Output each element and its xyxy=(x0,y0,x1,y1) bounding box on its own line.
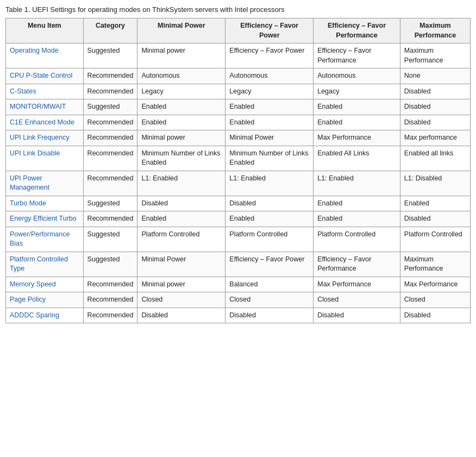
menu-item-cell: Page Policy xyxy=(6,292,84,308)
data-cell: Suggested xyxy=(83,227,137,252)
data-cell: Recommended xyxy=(83,292,137,308)
table-row: C1E Enhanced ModeRecommendedEnabledEnabl… xyxy=(6,115,471,130)
data-cell: Max Performance xyxy=(314,130,400,146)
data-cell: Enabled xyxy=(400,196,470,211)
data-cell: Enabled xyxy=(137,99,226,115)
table-row: C-StatesRecommendedLegacyLegacyLegacyDis… xyxy=(6,84,471,99)
data-cell: Recommended xyxy=(83,115,137,130)
data-cell: Disabled xyxy=(314,308,400,323)
table-row: Memory SpeedRecommendedMinimal powerBala… xyxy=(6,277,471,292)
data-cell: L1: Disabled xyxy=(400,171,470,196)
data-cell: None xyxy=(400,68,470,84)
table-row: UPI Power ManagementRecommendedL1: Enabl… xyxy=(6,171,471,196)
data-cell: Efficiency – Favor Performance xyxy=(314,43,400,68)
data-cell: Disabled xyxy=(226,196,314,211)
data-cell: Enabled xyxy=(226,115,314,130)
data-cell: Disabled xyxy=(400,211,470,227)
data-cell: Enabled All Links xyxy=(314,146,400,171)
data-cell: Disabled xyxy=(137,308,226,323)
table-row: Energy Efficient TurboRecommendedEnabled… xyxy=(6,211,471,227)
data-cell: Closed xyxy=(226,292,314,308)
menu-item-cell: MONITOR/MWAIT xyxy=(6,99,84,115)
header-max-perf: Maximum Performance xyxy=(400,18,470,43)
table-row: Power/Performance BiasSuggestedPlatform … xyxy=(6,227,471,252)
header-eff-favor-perf: Efficiency – Favor Performance xyxy=(314,18,400,43)
table-title: Table 1. UEFI Settings for operating mod… xyxy=(5,5,471,14)
data-cell: L1: Enabled xyxy=(137,171,226,196)
menu-item-cell: UPI Link Frequency xyxy=(6,130,84,146)
data-cell: Balanced xyxy=(226,277,314,292)
menu-item-cell: CPU P-State Control xyxy=(6,68,84,84)
table-row: CPU P-State ControlRecommendedAutonomous… xyxy=(6,68,471,84)
data-cell: Suggested xyxy=(83,252,137,277)
header-menu-item: Menu Item xyxy=(6,18,84,43)
table-row: ADDDC SparingRecommendedDisabledDisabled… xyxy=(6,308,471,323)
data-cell: Disabled xyxy=(400,84,470,99)
data-cell: Enabled xyxy=(226,99,314,115)
table-row: MONITOR/MWAITSuggestedEnabledEnabledEnab… xyxy=(6,99,471,115)
data-cell: Disabled xyxy=(400,115,470,130)
data-cell: Legacy xyxy=(226,84,314,99)
table-row: UPI Link FrequencyRecommendedMinimal pow… xyxy=(6,130,471,146)
data-cell: Platform Controlled xyxy=(400,227,470,252)
data-cell: Recommended xyxy=(83,68,137,84)
menu-item-cell: UPI Power Management xyxy=(6,171,84,196)
data-cell: Recommended xyxy=(83,211,137,227)
data-cell: L1: Enabled xyxy=(314,171,400,196)
data-cell: Minimum Number of Links Enabled xyxy=(226,146,314,171)
table-row: Page PolicyRecommendedClosedClosedClosed… xyxy=(6,292,471,308)
data-cell: Enabled all links xyxy=(400,146,470,171)
data-cell: Max Performance xyxy=(314,277,400,292)
data-cell: Disabled xyxy=(400,308,470,323)
table-row: UPI Link DisableRecommendedMinimum Numbe… xyxy=(6,146,471,171)
menu-item-cell: C1E Enhanced Mode xyxy=(6,115,84,130)
data-cell: Recommended xyxy=(83,146,137,171)
data-cell: Enabled xyxy=(314,99,400,115)
menu-item-cell: Operating Mode xyxy=(6,43,84,68)
data-cell: Autonomous xyxy=(314,68,400,84)
data-cell: Autonomous xyxy=(137,68,226,84)
data-cell: Closed xyxy=(137,292,226,308)
data-cell: Disabled xyxy=(400,99,470,115)
data-cell: Minimal power xyxy=(137,277,226,292)
data-cell: Enabled xyxy=(137,211,226,227)
data-cell: L1: Enabled xyxy=(226,171,314,196)
uefi-settings-table: Menu Item Category Minimal Power Efficie… xyxy=(5,18,471,323)
table-row: Turbo ModeSuggestedDisabledDisabledEnabl… xyxy=(6,196,471,211)
header-eff-favor-power: Efficiency – Favor Power xyxy=(226,18,314,43)
header-category: Category xyxy=(83,18,137,43)
data-cell: Max Performance xyxy=(400,277,470,292)
data-cell: Enabled xyxy=(314,115,400,130)
data-cell: Recommended xyxy=(83,308,137,323)
data-cell: Disabled xyxy=(226,308,314,323)
menu-item-cell: ADDDC Sparing xyxy=(6,308,84,323)
data-cell: Recommended xyxy=(83,171,137,196)
data-cell: Efficiency – Favor Power xyxy=(226,252,314,277)
data-cell: Enabled xyxy=(226,211,314,227)
data-cell: Suggested xyxy=(83,99,137,115)
data-cell: Autonomous xyxy=(226,68,314,84)
menu-item-cell: C-States xyxy=(6,84,84,99)
data-cell: Enabled xyxy=(314,211,400,227)
data-cell: Recommended xyxy=(83,84,137,99)
data-cell: Efficiency – Favor Performance xyxy=(314,252,400,277)
data-cell: Suggested xyxy=(83,196,137,211)
table-body: Operating ModeSuggestedMinimal powerEffi… xyxy=(6,43,471,323)
data-cell: Maximum Performance xyxy=(400,43,470,68)
data-cell: Minimal power xyxy=(137,130,226,146)
data-cell: Maximum Performance xyxy=(400,252,470,277)
data-cell: Suggested xyxy=(83,43,137,68)
data-cell: Platform Controlled xyxy=(314,227,400,252)
table-row: Operating ModeSuggestedMinimal powerEffi… xyxy=(6,43,471,68)
menu-item-cell: UPI Link Disable xyxy=(6,146,84,171)
menu-item-cell: Power/Performance Bias xyxy=(6,227,84,252)
data-cell: Platform Controlled xyxy=(137,227,226,252)
menu-item-cell: Platform Controlled Type xyxy=(6,252,84,277)
menu-item-cell: Memory Speed xyxy=(6,277,84,292)
header-minimal-power: Minimal Power xyxy=(137,18,226,43)
menu-item-cell: Turbo Mode xyxy=(6,196,84,211)
data-cell: Enabled xyxy=(137,115,226,130)
data-cell: Minimal Power xyxy=(137,252,226,277)
data-cell: Closed xyxy=(400,292,470,308)
data-cell: Minimal Power xyxy=(226,130,314,146)
